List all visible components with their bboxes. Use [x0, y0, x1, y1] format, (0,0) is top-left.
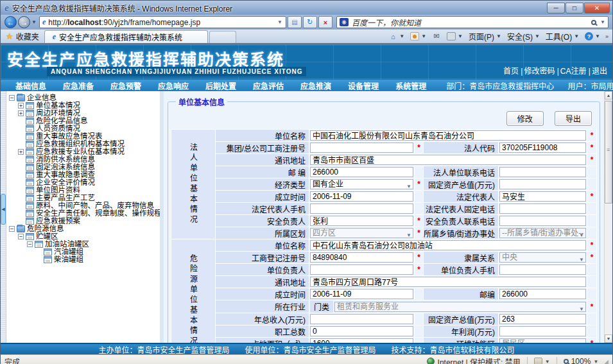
field-input[interactable] [499, 216, 586, 226]
field-input[interactable] [310, 289, 413, 299]
collapse-icon[interactable]: − [9, 226, 15, 232]
tree-item-label[interactable]: 主要产品生产工艺 [36, 194, 95, 202]
search-icon[interactable] [591, 20, 596, 25]
field-input[interactable] [499, 179, 586, 189]
banner-link[interactable]: 修改密码 [524, 67, 555, 76]
expand-icon[interactable]: + [18, 110, 24, 116]
field-input[interactable] [499, 143, 586, 153]
tree-item-label[interactable]: 固定泡沫系统信息 [36, 163, 95, 171]
field-select[interactable]: 租赁和商务服务业▼ [334, 302, 586, 312]
tree-item-label[interactable]: 原料、中间产物、产品、废弃物信息 [36, 202, 154, 209]
left-splitter[interactable]: ◀ [1, 91, 6, 343]
field-input[interactable] [310, 130, 586, 141]
url-field[interactable]: e http://localhost:90/yjzh/frame/homepag… [39, 16, 286, 28]
field-select[interactable]: 四方区▼ [310, 228, 413, 238]
collapse-icon[interactable]: − [27, 241, 33, 247]
tree-item-label[interactable]: 安全生产责任制、规章制度、操作规程信息 [36, 209, 160, 217]
tools-menu[interactable]: 工具(O)▼ [546, 31, 579, 42]
compatibility-view-icon[interactable]: ▤ [288, 16, 302, 28]
tree-item-label[interactable]: 危险源信息 [27, 225, 64, 232]
history-dropdown-icon[interactable]: ▼ [31, 19, 37, 25]
nav-item[interactable]: 基础信息 [15, 80, 46, 91]
scroll-down-icon[interactable]: ▼ [605, 334, 612, 343]
field-input[interactable] [310, 277, 586, 287]
nav-item[interactable]: 应急评估 [253, 80, 284, 91]
tree-item-label[interactable]: 周边环境情况 [36, 109, 80, 117]
field-input[interactable] [499, 191, 586, 202]
back-button[interactable]: ← [4, 16, 17, 28]
collapse-icon[interactable]: − [9, 95, 15, 101]
tree-item-label[interactable]: 应急救援组织机构基本情况 [36, 140, 125, 148]
tree-item-label[interactable]: 重大事故隐患调查 [36, 171, 95, 178]
protected-mode-icon[interactable] [534, 358, 542, 364]
nav-item[interactable]: 后期处置 [205, 80, 236, 91]
tree-item-label[interactable]: 企业安全评价情况 [36, 178, 95, 186]
field-input[interactable] [310, 216, 413, 226]
nav-item[interactable]: 应急响应 [158, 80, 189, 91]
zoom-dropdown-icon[interactable]: ▼ [593, 359, 598, 364]
tree-item-label[interactable]: 汽油罐组 [54, 248, 83, 256]
tree-item-label[interactable]: 应急救援专业队伍基本情况 [36, 148, 125, 155]
field-input[interactable] [310, 191, 413, 202]
refresh-button[interactable]: ↻ [303, 16, 317, 28]
collapse-icon[interactable]: − [18, 234, 24, 239]
banner-link[interactable]: 退出 [592, 67, 607, 76]
tree-item-label[interactable]: 人员资质情况 [36, 125, 80, 132]
home-button[interactable]: ⌂▼ [388, 32, 404, 40]
tree-item-label[interactable]: 危险化学品信息 [36, 117, 88, 125]
form-scrollbar[interactable]: ▲ ▼ [604, 91, 612, 343]
nav-item[interactable]: 应急预警 [110, 80, 141, 91]
minimize-button[interactable]: ─ [547, 3, 565, 13]
modify-button[interactable]: 修改 [506, 111, 544, 126]
expand-icon[interactable]: + [18, 103, 24, 108]
overflow-chevron-icon[interactable]: » [605, 33, 609, 40]
nav-item[interactable]: 设备管理 [348, 80, 379, 91]
search-input[interactable]: ❋ 百度一下，你就知道 ▼ [336, 16, 609, 28]
search-dropdown-icon[interactable]: ▼ [600, 19, 605, 25]
field-input[interactable] [310, 204, 413, 214]
field-input[interactable] [310, 143, 413, 153]
tree-item-label[interactable]: 企业信息 [27, 94, 56, 101]
safety-menu[interactable]: 安全(S)▼ [507, 31, 540, 42]
url-dropdown-icon[interactable]: ▼ [276, 19, 284, 25]
field-input[interactable] [310, 155, 586, 165]
page-menu[interactable]: 页面(P)▼ [469, 31, 501, 42]
field-input[interactable] [499, 264, 586, 275]
export-button[interactable]: 导出 [555, 111, 592, 126]
field-input[interactable] [499, 167, 586, 177]
field-input[interactable] [499, 289, 586, 299]
nav-item[interactable]: 应急推演 [300, 80, 331, 91]
resize-grip[interactable]: ◢ [603, 358, 609, 364]
favorites-button[interactable]: ★ 收藏夹 [1, 30, 44, 43]
field-input[interactable] [310, 167, 413, 177]
field-select[interactable]: 居民区▼ [499, 338, 586, 343]
banner-link[interactable]: 首页 [503, 67, 519, 76]
help-menu[interactable]: ?▼ [585, 32, 600, 40]
tree-item-label[interactable]: 加油站油罐区 [45, 240, 89, 248]
active-tab[interactable]: e 安全生产应急救援指挥辅助决策系统 [44, 30, 208, 43]
field-input[interactable] [310, 314, 413, 324]
field-input[interactable] [310, 240, 586, 250]
tree-item-label[interactable]: 单位图片资料 [36, 186, 80, 194]
field-input[interactable] [499, 204, 586, 214]
field-input[interactable] [499, 314, 586, 324]
tree-item-label[interactable]: 贮罐区 [36, 232, 58, 240]
zone-dropdown-icon[interactable]: ▼ [545, 359, 550, 364]
field-input[interactable] [310, 338, 413, 343]
expand-icon[interactable]: + [18, 149, 24, 155]
tree-item-label[interactable]: 重大事故应急情况表 [36, 132, 103, 140]
maximize-button[interactable]: □ [566, 3, 583, 13]
nav-item[interactable]: 系统管理 [395, 80, 426, 91]
banner-link[interactable]: CA注册 [560, 67, 587, 76]
scrollbar-thumb[interactable] [605, 101, 612, 204]
nav-item[interactable]: 应急准备 [63, 80, 94, 91]
tree-item-label[interactable]: 消防供水系统信息 [36, 155, 95, 163]
tree-item-label[interactable]: 柴油罐组 [54, 256, 83, 263]
forward-button[interactable]: → [18, 16, 30, 28]
field-select[interactable]: 中央▼ [499, 252, 586, 263]
field-input[interactable] [310, 252, 413, 263]
field-input[interactable] [310, 264, 413, 275]
tree-item-label[interactable]: 应急救援预案 [36, 217, 80, 225]
field-select[interactable]: --所属乡镇/街道办事处--▼ [499, 228, 586, 238]
zoom-icon[interactable] [564, 359, 569, 364]
